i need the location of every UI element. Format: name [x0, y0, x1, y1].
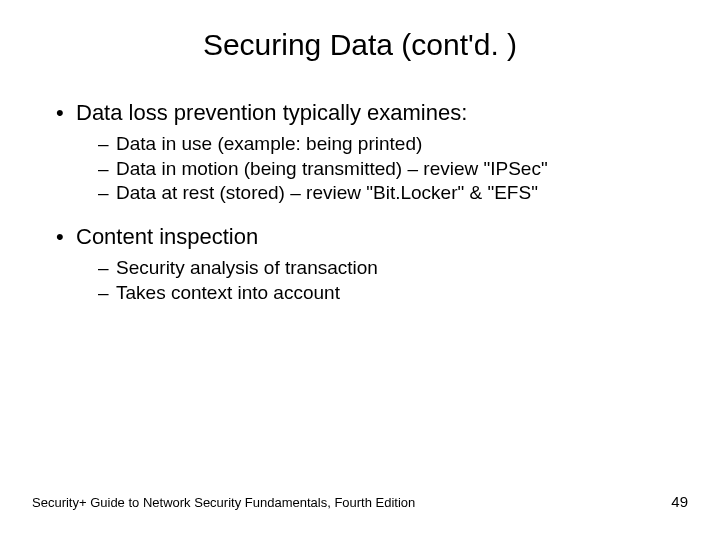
list-item: Data loss prevention typically examines:…: [50, 100, 680, 206]
slide-content: Data loss prevention typically examines:…: [40, 100, 680, 305]
list-item: Data in motion (being transmitted) – rev…: [76, 157, 680, 182]
list-item: Content inspection Security analysis of …: [50, 224, 680, 305]
bullet-list-level2: Security analysis of transaction Takes c…: [76, 256, 680, 305]
list-item: Takes context into account: [76, 281, 680, 306]
list-item: Security analysis of transaction: [76, 256, 680, 281]
list-item: Data at rest (stored) – review "Bit.Lock…: [76, 181, 680, 206]
slide-title: Securing Data (cont'd. ): [40, 28, 680, 62]
bullet-list-level1: Data loss prevention typically examines:…: [50, 100, 680, 305]
footer-source: Security+ Guide to Network Security Fund…: [32, 495, 415, 510]
list-item-label: Data in use (example: being printed): [116, 133, 422, 154]
page-number: 49: [671, 493, 688, 510]
list-item-label: Security analysis of transaction: [116, 257, 378, 278]
list-item-label: Data loss prevention typically examines:: [76, 100, 467, 125]
slide: Securing Data (cont'd. ) Data loss preve…: [0, 0, 720, 540]
list-item: Data in use (example: being printed): [76, 132, 680, 157]
bullet-list-level2: Data in use (example: being printed) Dat…: [76, 132, 680, 206]
list-item-label: Takes context into account: [116, 282, 340, 303]
list-item-label: Data in motion (being transmitted) – rev…: [116, 158, 548, 179]
slide-footer: Security+ Guide to Network Security Fund…: [32, 493, 688, 510]
list-item-label: Content inspection: [76, 224, 258, 249]
list-item-label: Data at rest (stored) – review "Bit.Lock…: [116, 182, 538, 203]
